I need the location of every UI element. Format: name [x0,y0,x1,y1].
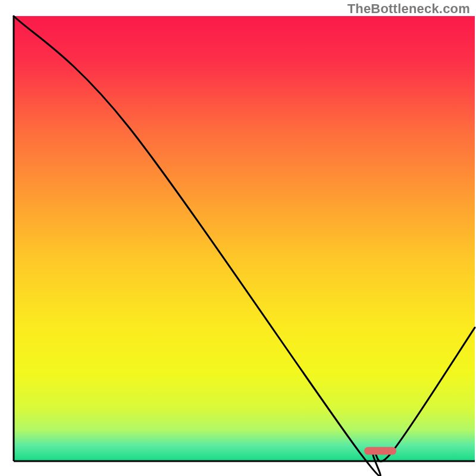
bottleneck-chart [0,0,476,476]
chart-container: TheBottleneck.com [0,0,476,476]
watermark-text: TheBottleneck.com [347,1,470,17]
gradient-background [14,16,475,461]
optimal-marker [364,447,396,455]
